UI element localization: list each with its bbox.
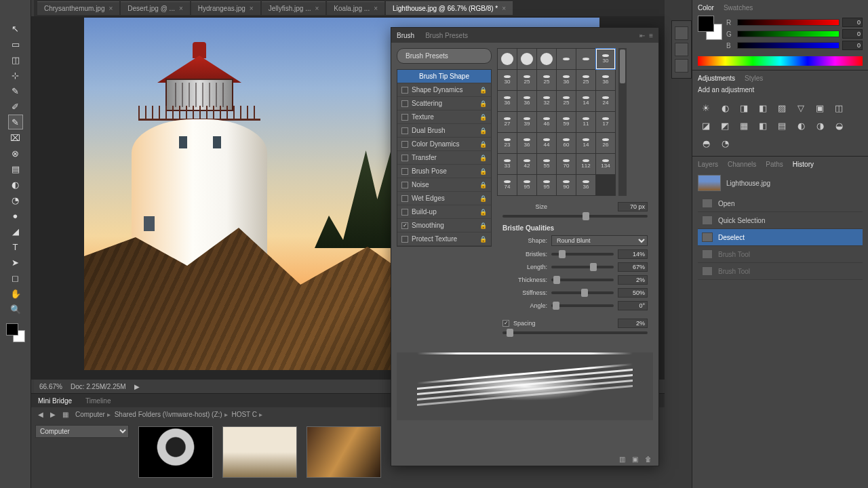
- bristle-slider[interactable]: [551, 291, 614, 294]
- r-slider[interactable]: [737, 19, 840, 26]
- brush-option[interactable]: Noise🔒: [397, 178, 491, 192]
- brush-preset-cell[interactable]: 25: [537, 70, 556, 90]
- adjustment-icon[interactable]: ◑: [813, 119, 827, 131]
- brush-tab[interactable]: Brush: [397, 32, 414, 39]
- brush-preset-cell[interactable]: 46: [537, 112, 556, 132]
- brush-preset-cell[interactable]: 36: [596, 70, 615, 90]
- brush-preset-cell[interactable]: 36: [517, 133, 536, 153]
- option-checkbox[interactable]: [401, 168, 408, 175]
- bristle-slider[interactable]: [551, 304, 614, 307]
- g-slider[interactable]: [737, 30, 840, 37]
- brush-preset-cell[interactable]: 17: [596, 112, 615, 132]
- slider-value[interactable]: 2%: [618, 275, 648, 285]
- brush-preset-cell[interactable]: 25: [576, 70, 595, 90]
- lock-icon[interactable]: 🔒: [479, 182, 487, 188]
- brush-preset-cell[interactable]: 44: [537, 133, 556, 153]
- brush-preset-cell[interactable]: 70: [557, 154, 576, 174]
- b-slider[interactable]: [737, 42, 840, 49]
- brush-preset-cell[interactable]: 74: [498, 175, 517, 195]
- brush-preset-cell[interactable]: 134: [596, 154, 615, 174]
- tool-button[interactable]: ✎: [8, 115, 23, 129]
- adjustment-icon[interactable]: ◐: [718, 102, 732, 114]
- adjustment-icon[interactable]: ◫: [832, 102, 846, 114]
- brush-preset-cell[interactable]: 36: [498, 91, 517, 111]
- option-checkbox[interactable]: [401, 87, 408, 94]
- document-tab[interactable]: Desert.jpg @ ...×: [121, 1, 189, 15]
- adjustment-icon[interactable]: ◧: [756, 102, 770, 114]
- mb-thumb[interactable]: [222, 426, 297, 478]
- mb-grid-icon[interactable]: ▦: [62, 411, 68, 418]
- lock-icon[interactable]: 🔒: [479, 195, 487, 202]
- collapsed-panel-icon[interactable]: [675, 26, 688, 40]
- bp-new-icon[interactable]: ▣: [632, 455, 638, 463]
- slider-value[interactable]: 0°: [618, 301, 648, 310]
- tool-button[interactable]: ▤: [8, 161, 23, 176]
- tab-timeline[interactable]: Timeline: [85, 397, 111, 405]
- tool-button[interactable]: ◫: [8, 52, 23, 67]
- brush-presets-button[interactable]: Brush Presets: [397, 48, 492, 64]
- fg-bg-colors[interactable]: [5, 322, 26, 344]
- adjustment-icon[interactable]: ◧: [756, 119, 770, 131]
- option-checkbox[interactable]: [401, 209, 408, 216]
- size-value[interactable]: 70 px: [618, 202, 648, 211]
- brush-preset-cell[interactable]: 27: [498, 112, 517, 132]
- r-input[interactable]: [842, 18, 863, 27]
- lock-icon[interactable]: 🔒: [479, 141, 487, 148]
- adjustment-icon[interactable]: ◪: [699, 119, 713, 131]
- brush-preset-cell[interactable]: 11: [576, 112, 595, 132]
- history-state[interactable]: Open: [698, 195, 863, 212]
- adjustment-icon[interactable]: ▨: [775, 102, 789, 114]
- brush-preset-cell[interactable]: 24: [596, 91, 615, 111]
- breadcrumb-seg[interactable]: Shared Folders (\\vmware-host) (Z:): [115, 411, 222, 418]
- color-fgbg[interactable]: [698, 16, 722, 40]
- tool-button[interactable]: ✐: [8, 99, 23, 114]
- spacing-checkbox[interactable]: [502, 320, 509, 327]
- option-checkbox[interactable]: [401, 155, 408, 161]
- brush-option[interactable]: Transfer🔒: [397, 151, 491, 165]
- option-checkbox[interactable]: [401, 195, 408, 202]
- b-input[interactable]: [842, 41, 863, 50]
- brush-preset-cell[interactable]: 30: [498, 70, 517, 90]
- breadcrumb-seg[interactable]: Computer: [75, 411, 105, 418]
- collapsed-panel-icon[interactable]: [675, 43, 688, 56]
- option-checkbox[interactable]: [401, 141, 408, 148]
- brush-preset-cell[interactable]: [576, 49, 595, 69]
- brush-option[interactable]: Brush Tip Shape: [397, 70, 491, 83]
- adjustment-icon[interactable]: ◔: [718, 137, 732, 149]
- lock-icon[interactable]: 🔒: [479, 127, 487, 134]
- tab-adjustments[interactable]: Adjustments: [698, 75, 735, 82]
- brush-preset-cell[interactable]: 32: [537, 91, 556, 111]
- brush-preset-cell[interactable]: 14: [576, 91, 595, 111]
- tab-paths[interactable]: Paths: [766, 161, 783, 168]
- mb-fwd-icon[interactable]: ▶: [50, 411, 56, 418]
- brush-option[interactable]: Protect Texture🔒: [397, 232, 491, 246]
- brush-preset-cell[interactable]: 42: [517, 154, 536, 174]
- brush-preset-cell[interactable]: [537, 49, 556, 69]
- tool-button[interactable]: T: [8, 239, 23, 254]
- slider-value[interactable]: 14%: [618, 249, 648, 259]
- brush-preset-cell[interactable]: 95: [537, 175, 556, 195]
- tab-swatches[interactable]: Swatches: [724, 4, 753, 12]
- brush-preset-cell[interactable]: 25: [557, 91, 576, 111]
- option-checkbox[interactable]: [401, 222, 408, 229]
- brush-preset-cell[interactable]: 30: [596, 49, 615, 69]
- tool-button[interactable]: ➤: [8, 255, 23, 270]
- adjustment-icon[interactable]: ▽: [794, 102, 808, 114]
- slider-value[interactable]: 67%: [618, 262, 648, 272]
- tool-button[interactable]: ✎: [8, 83, 23, 98]
- brush-option[interactable]: Build-up🔒: [397, 205, 491, 219]
- brush-preset-cell[interactable]: 112: [576, 154, 595, 174]
- tool-button[interactable]: ⊹: [8, 68, 23, 83]
- close-icon[interactable]: ×: [315, 5, 319, 12]
- tool-button[interactable]: ●: [8, 208, 23, 223]
- bp-trash-icon[interactable]: 🗑: [645, 455, 652, 463]
- lock-icon[interactable]: 🔒: [479, 236, 487, 243]
- brush-preset-cell[interactable]: 55: [537, 154, 556, 174]
- brush-option[interactable]: Color Dynamics🔒: [397, 138, 491, 151]
- option-checkbox[interactable]: [401, 236, 408, 243]
- option-checkbox[interactable]: [401, 100, 408, 107]
- brush-option[interactable]: Smoothing🔒: [397, 219, 491, 232]
- brush-preset-cell[interactable]: 36: [557, 70, 576, 90]
- brush-preset-cell[interactable]: [517, 49, 536, 69]
- shape-select[interactable]: Round Blunt: [551, 235, 648, 246]
